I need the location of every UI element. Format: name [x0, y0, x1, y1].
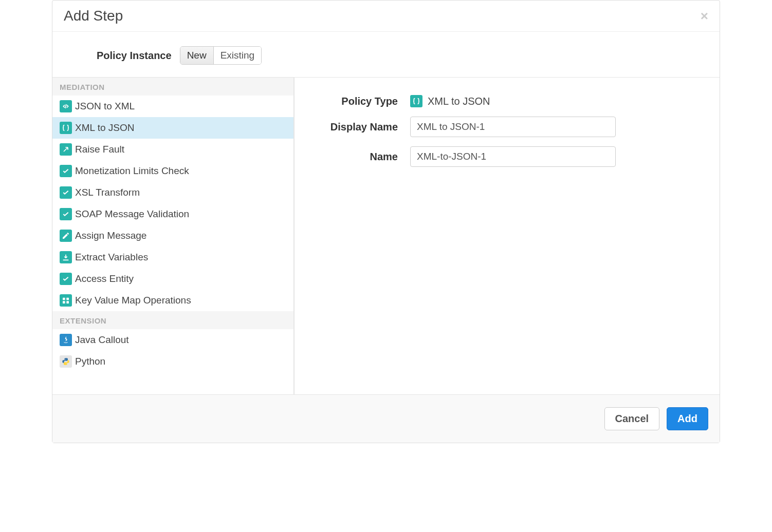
dialog-body: Policy Instance New Existing MEDIATIONJS…: [52, 32, 720, 394]
add-step-dialog: Add Step × Policy Instance New Existing …: [52, 0, 720, 443]
policy-type-text: XML to JSON: [428, 96, 490, 107]
main-area: MEDIATIONJSON to XMLXML to JSONRaise Fau…: [52, 77, 720, 394]
name-row: Name: [318, 146, 701, 167]
policy-item[interactable]: SOAP Message Validation: [52, 203, 293, 225]
display-name-label: Display Name: [318, 121, 410, 133]
policy-item-label: Raise Fault: [75, 144, 124, 155]
instance-new-button[interactable]: New: [180, 47, 213, 64]
policy-type-row: Policy Type XML to JSON: [318, 95, 701, 107]
check-icon: [60, 208, 72, 220]
policy-item[interactable]: Access Entity: [52, 268, 293, 290]
svg-rect-2: [63, 301, 65, 303]
instance-toggle: New Existing: [180, 46, 262, 65]
close-icon[interactable]: ×: [701, 8, 708, 24]
check-icon: [60, 273, 72, 285]
policy-item[interactable]: XSL Transform: [52, 182, 293, 203]
instance-existing-button[interactable]: Existing: [213, 47, 262, 64]
policy-item-label: XML to JSON: [75, 122, 134, 134]
policy-item-label: SOAP Message Validation: [75, 208, 189, 220]
svg-rect-0: [63, 298, 65, 300]
policy-item-label: Java Callout: [75, 334, 129, 346]
details-panel: Policy Type XML to JSON Display Name Nam…: [294, 78, 720, 394]
add-button[interactable]: Add: [667, 407, 708, 430]
python-icon: [60, 355, 72, 368]
kvm-icon: [60, 294, 72, 307]
policy-item[interactable]: Python: [52, 351, 293, 372]
policy-type-label: Policy Type: [318, 96, 410, 107]
policy-item[interactable]: Java Callout: [52, 329, 293, 351]
name-input[interactable]: [410, 146, 616, 167]
category-header: EXTENSION: [52, 311, 293, 329]
check-icon: [60, 165, 72, 177]
dialog-footer: Cancel Add: [52, 394, 720, 443]
pencil-icon: [60, 230, 72, 242]
policy-item[interactable]: XML to JSON: [52, 117, 293, 139]
braces-icon: [60, 122, 72, 134]
policy-item[interactable]: Assign Message: [52, 225, 293, 246]
policy-item-label: Extract Variables: [75, 252, 148, 263]
display-name-input[interactable]: [410, 117, 616, 137]
policy-item[interactable]: JSON to XML: [52, 96, 293, 117]
svg-rect-3: [66, 301, 69, 303]
cancel-button[interactable]: Cancel: [604, 407, 660, 430]
policy-list[interactable]: MEDIATIONJSON to XMLXML to JSONRaise Fau…: [52, 78, 294, 394]
policy-item[interactable]: Monetization Limits Check: [52, 160, 293, 182]
check-icon: [60, 186, 72, 199]
policy-item-label: Key Value Map Operations: [75, 295, 191, 306]
svg-rect-1: [66, 298, 69, 300]
display-name-row: Display Name: [318, 117, 701, 137]
policy-item[interactable]: Key Value Map Operations: [52, 290, 293, 311]
policy-item-label: Access Entity: [75, 273, 134, 284]
braces-icon: [410, 95, 422, 107]
policy-item-label: Python: [75, 356, 105, 367]
dialog-title: Add Step: [64, 8, 123, 24]
policy-instance-label: Policy Instance: [97, 50, 172, 62]
policy-item[interactable]: Extract Variables: [52, 246, 293, 268]
arrow-icon: [60, 143, 72, 156]
extract-icon: [60, 251, 72, 263]
policy-type-value: XML to JSON: [410, 95, 490, 107]
java-icon: [60, 334, 72, 346]
policy-item[interactable]: Raise Fault: [52, 139, 293, 160]
category-header: MEDIATION: [52, 78, 293, 96]
name-label: Name: [318, 151, 410, 163]
policy-item-label: JSON to XML: [75, 101, 135, 112]
policy-instance-row: Policy Instance New Existing: [52, 46, 720, 77]
policy-item-label: Assign Message: [75, 230, 146, 241]
code-icon: [60, 100, 72, 112]
policy-item-label: XSL Transform: [75, 187, 140, 198]
policy-item-label: Monetization Limits Check: [75, 165, 189, 177]
dialog-header: Add Step ×: [52, 1, 720, 32]
